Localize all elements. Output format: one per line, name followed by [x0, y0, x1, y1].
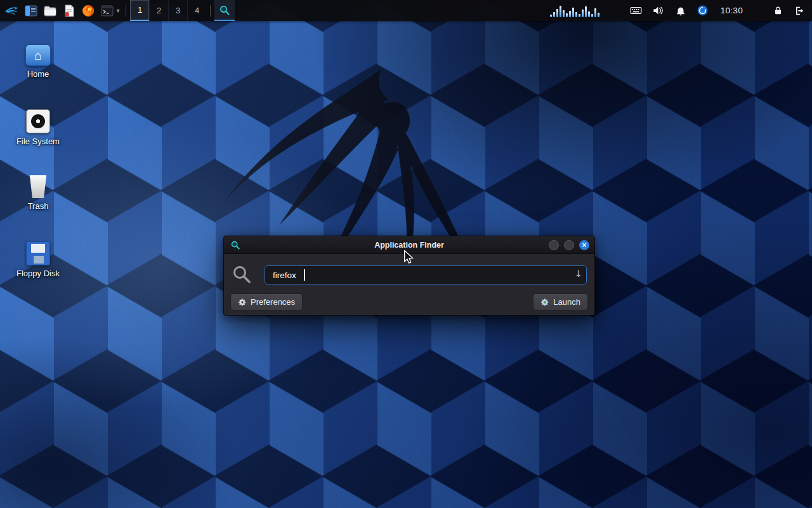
panel-separator — [210, 5, 211, 17]
gear-icon — [238, 298, 247, 307]
clock[interactable]: 10:30 — [721, 6, 743, 15]
house-glyph: ⌂ — [34, 48, 42, 63]
desktop-icon-file-system[interactable]: File System — [8, 105, 69, 146]
desktop-icon-trash[interactable]: Trash — [8, 170, 69, 211]
logout-icon — [794, 5, 806, 17]
file-system-icon — [26, 109, 50, 133]
floppy-disk-icon — [26, 241, 50, 265]
update-orb-icon — [697, 4, 709, 17]
workspace-3[interactable]: 3 — [168, 0, 187, 21]
lock-screen-button[interactable] — [771, 4, 785, 18]
window-controls: × — [549, 240, 589, 250]
window-app-icon — [24, 4, 38, 18]
panel-left-group: ▾ 1 2 3 4 — [0, 0, 235, 21]
window-content: ↓ Preferences Launch — [224, 254, 594, 315]
workspace-2[interactable]: 2 — [149, 0, 168, 21]
top-panel: ▾ 1 2 3 4 — [0, 0, 812, 21]
logout-button[interactable] — [793, 4, 807, 18]
text-editor-launcher[interactable] — [60, 0, 79, 21]
application-finder-window: Application Finder × ↓ — [223, 236, 595, 316]
button-row: Preferences Launch — [230, 293, 588, 311]
trash-icon — [29, 175, 48, 198]
volume-tray-icon[interactable] — [652, 4, 665, 18]
text-editor-icon — [62, 4, 76, 18]
kali-logo-icon — [4, 3, 20, 18]
application-finder-icon — [219, 4, 230, 16]
bell-icon — [675, 5, 686, 17]
search-icon — [232, 264, 252, 284]
workspace-4[interactable]: 4 — [187, 0, 206, 21]
terminal-dropdown-chevron[interactable]: ▾ — [114, 7, 122, 14]
desktop-icon-label: Trash — [8, 201, 69, 211]
launch-button[interactable]: Launch — [533, 293, 588, 311]
speaker-icon — [652, 4, 664, 17]
launch-icon — [540, 298, 549, 307]
launch-label: Launch — [553, 297, 580, 307]
notifications-tray-icon[interactable] — [674, 4, 688, 18]
terminal-icon — [100, 4, 114, 18]
desktop-icon-home[interactable]: ⌂ Home — [8, 38, 69, 79]
keyboard-icon — [630, 4, 642, 17]
desktop-icon-label: Home — [8, 69, 69, 79]
updates-tray-icon[interactable] — [696, 4, 710, 18]
firefox-launcher[interactable] — [79, 0, 98, 21]
display-settings-tray-icon[interactable] — [629, 4, 643, 18]
preferences-label: Preferences — [251, 297, 295, 307]
firefox-icon — [81, 4, 95, 18]
dropdown-arrow-icon[interactable]: ↓ — [574, 268, 582, 279]
workspace-1[interactable]: 1 — [130, 0, 149, 21]
kali-menu-button[interactable] — [3, 0, 22, 21]
panel-right-group: 10:30 — [550, 0, 812, 21]
desktop-icon-floppy[interactable]: Floppy Disk — [8, 237, 69, 278]
desktop: ▾ 1 2 3 4 — [0, 0, 812, 508]
maximize-button[interactable] — [564, 240, 574, 250]
audio-visualizer — [550, 4, 621, 17]
search-field-wrap: ↓ — [265, 265, 587, 284]
close-button[interactable]: × — [579, 240, 589, 250]
home-icon: ⌂ — [25, 44, 51, 66]
search-input[interactable] — [265, 265, 587, 284]
window-manager-launcher[interactable] — [22, 0, 41, 21]
file-manager-launcher[interactable] — [41, 0, 60, 21]
panel-separator — [126, 5, 126, 17]
preferences-button[interactable]: Preferences — [230, 293, 303, 311]
window-titlebar[interactable]: Application Finder × — [224, 236, 594, 254]
minimize-button[interactable] — [549, 240, 559, 250]
lock-icon — [773, 5, 783, 16]
desktop-icon-label: Floppy Disk — [8, 269, 69, 278]
desktop-icon-label: File System — [8, 137, 69, 146]
window-title: Application Finder — [224, 236, 594, 254]
text-caret — [304, 269, 305, 281]
application-finder-taskbar-button[interactable] — [214, 0, 235, 21]
folder-icon — [43, 4, 57, 18]
